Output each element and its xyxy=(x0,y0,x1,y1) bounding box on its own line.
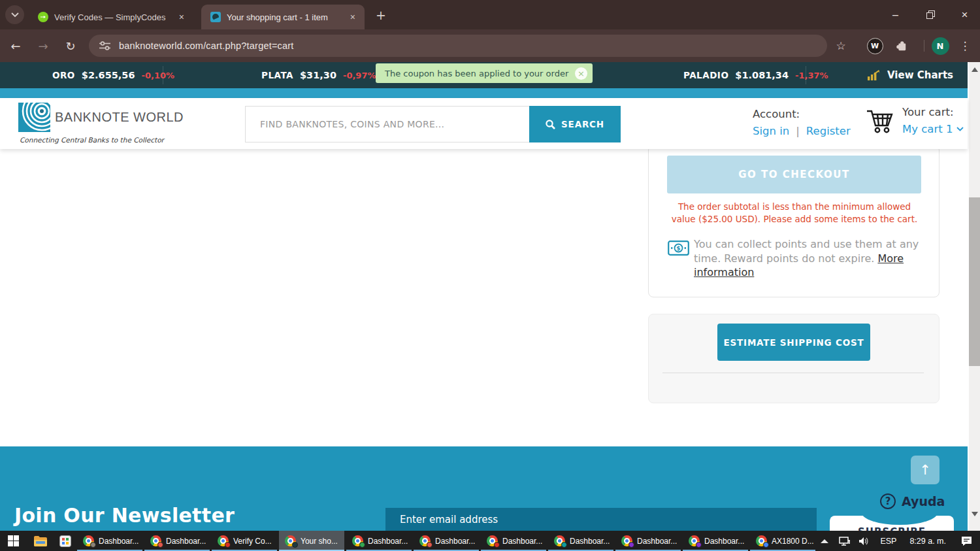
window-minimize-button[interactable]: – xyxy=(880,0,911,29)
taskbar-app[interactable]: Dashboar... xyxy=(683,531,748,551)
scroll-down-icon[interactable] xyxy=(972,512,978,516)
tab-shopping-cart[interactable]: Your shopping cart - 1 item × xyxy=(201,5,365,29)
taskbar-app[interactable]: Dashboar... xyxy=(414,531,479,551)
cart-widget[interactable]: Your cart: My cart 1 xyxy=(866,106,964,135)
taskbar-apps: Dashboar... Dashboar... Verify Co... You… xyxy=(77,531,817,551)
new-tab-button[interactable]: + xyxy=(372,7,389,24)
view-charts-label: View Charts xyxy=(887,69,953,81)
taskbar-app[interactable]: Dashboar... xyxy=(548,531,613,551)
taskbar-app-active[interactable]: Your sho... xyxy=(279,531,344,551)
ticker-palladium: PALADIO $1.081,34 -1,37% xyxy=(683,62,828,88)
coupon-toast-message: The coupon has been applied to your orde… xyxy=(385,69,570,78)
store-icon xyxy=(59,535,71,547)
taskbar-app[interactable]: AX1800 D... xyxy=(750,531,815,551)
profile-avatar[interactable]: N xyxy=(929,35,951,57)
logo-icon xyxy=(18,103,50,132)
scrollbar-thumb[interactable] xyxy=(969,197,980,366)
help-widget[interactable]: ? Ayuda xyxy=(880,493,945,509)
simplycodes-icon xyxy=(38,12,48,22)
start-button[interactable] xyxy=(1,531,25,551)
search-button[interactable]: SEARCH xyxy=(529,106,621,142)
chrome-icon xyxy=(218,535,229,546)
coupon-toast: The coupon has been applied to your orde… xyxy=(376,63,593,83)
search-icon xyxy=(546,120,555,129)
site-header: BANKNOTE WORLD Connecting Central Banks … xyxy=(0,98,968,149)
newsletter-title: Join Our Newsletter xyxy=(14,504,235,527)
chrome-icon xyxy=(621,535,632,546)
extensions-puzzle-icon[interactable] xyxy=(890,35,912,57)
newsletter-footer: Join Our Newsletter SUBSCRIBE ↑ ? Ayuda xyxy=(0,446,968,531)
chrome-icon xyxy=(352,535,363,546)
tab-title: Verify Codes — SimplyCodes xyxy=(54,12,171,22)
network-icon[interactable] xyxy=(834,531,854,551)
taskbar-app[interactable]: Dashboar... xyxy=(615,531,681,551)
chrome-icon xyxy=(689,535,700,546)
toast-close-icon[interactable]: × xyxy=(575,67,587,80)
cart-totals-card: GO TO CHECKOUT The order subtotal is les… xyxy=(648,145,939,297)
brand-name: BANKNOTE WORLD xyxy=(55,110,184,125)
tab-verify-codes[interactable]: Verify Codes — SimplyCodes × xyxy=(29,5,193,29)
reload-icon[interactable]: ↻ xyxy=(59,34,82,58)
volume-icon[interactable] xyxy=(854,531,874,551)
ticker-label: PALADIO xyxy=(683,70,728,80)
taskbar-app[interactable]: Dashboar... xyxy=(481,531,546,551)
ticker-price: $1.081,34 xyxy=(735,70,789,80)
estimate-shipping-button[interactable]: ESTIMATE SHIPPING COST xyxy=(717,324,870,361)
app-launcher-button[interactable] xyxy=(54,531,77,551)
page-scrollbar[interactable] xyxy=(969,62,980,531)
tab-title: Your shopping cart - 1 item xyxy=(227,12,342,22)
go-to-checkout-button[interactable]: GO TO CHECKOUT xyxy=(667,156,921,193)
clock[interactable]: 8:29 a. m. xyxy=(903,531,953,551)
window-restore-button[interactable] xyxy=(915,0,946,29)
chrome-icon xyxy=(487,535,498,546)
back-icon[interactable]: ← xyxy=(4,34,27,58)
folder-icon xyxy=(34,536,47,546)
file-explorer-button[interactable] xyxy=(29,531,52,551)
toolbar-divider xyxy=(924,40,924,52)
svg-text:$: $ xyxy=(676,245,680,252)
forward-icon[interactable]: → xyxy=(31,34,55,58)
chrome-icon xyxy=(83,535,94,546)
banknote-world-logo[interactable]: BANKNOTE WORLD xyxy=(18,103,184,132)
taskbar-app[interactable]: Verify Co... xyxy=(212,531,277,551)
reward-points-note: $ You can collect points and use them at… xyxy=(668,237,923,280)
site-settings-icon[interactable] xyxy=(99,41,110,51)
avatar: N xyxy=(932,37,949,55)
url-bar[interactable]: banknoteworld.com/cart.php?target=cart xyxy=(89,35,827,57)
tab-close-icon[interactable]: × xyxy=(348,12,358,22)
windows-logo-icon xyxy=(8,535,19,546)
newsletter-email-input[interactable] xyxy=(385,508,817,531)
url-text: banknoteworld.com/cart.php?target=cart xyxy=(119,41,294,51)
taskbar-app[interactable]: Dashboar... xyxy=(144,531,210,551)
scroll-up-icon[interactable] xyxy=(972,67,978,72)
tab-search-button[interactable] xyxy=(5,5,24,24)
search-bar: SEARCH xyxy=(245,106,621,142)
wayback-extension-icon[interactable]: W xyxy=(864,35,886,57)
account-label: Account: xyxy=(753,108,851,120)
minimum-order-error: The order subtotal is less than the mini… xyxy=(666,201,923,225)
chrome-icon xyxy=(554,535,565,546)
ticker-change: -0,10% xyxy=(142,71,175,80)
ticker-divider xyxy=(163,66,163,84)
bookmark-star-icon[interactable]: ☆ xyxy=(830,35,852,57)
taskbar-app[interactable]: Dashboar... xyxy=(346,531,412,551)
ticker-silver: PLATA $31,30 -0,97% xyxy=(261,62,376,88)
tray-expand-icon[interactable] xyxy=(815,531,834,551)
card-divider xyxy=(662,373,924,373)
back-to-top-button[interactable]: ↑ xyxy=(911,456,939,484)
language-indicator[interactable]: ESP xyxy=(874,531,903,551)
action-center-icon[interactable] xyxy=(953,531,980,551)
account-section: Account: Sign in | Register xyxy=(753,108,851,137)
tab-close-icon[interactable]: × xyxy=(176,12,187,22)
taskbar-app[interactable]: Dashboar... xyxy=(77,531,142,551)
ticker-change: -1,37% xyxy=(795,71,828,80)
browser-menu-icon[interactable]: ⋮ xyxy=(954,35,976,57)
browser-tab-bar: Verify Codes — SimplyCodes × Your shoppi… xyxy=(0,0,980,29)
sign-in-link[interactable]: Sign in xyxy=(753,125,789,137)
view-charts-link[interactable]: View Charts xyxy=(868,62,953,88)
search-input[interactable] xyxy=(245,106,529,142)
my-cart-link[interactable]: My cart 1 xyxy=(902,123,964,135)
reward-points-text: You can collect points and use them at a… xyxy=(694,237,923,280)
register-link[interactable]: Register xyxy=(806,125,851,137)
window-close-button[interactable]: × xyxy=(949,0,980,29)
